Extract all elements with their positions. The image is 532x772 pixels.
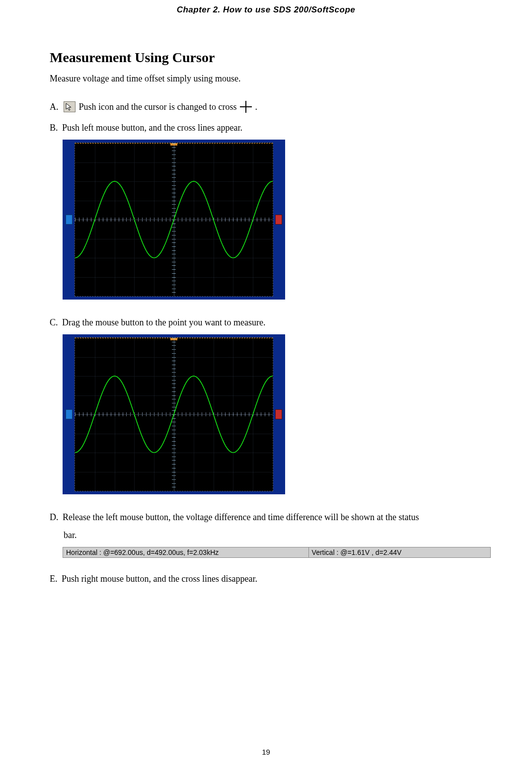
- oscilloscope-screenshot-2: [63, 334, 482, 494]
- step-d: D. Release the left mouse button, the vo…: [50, 508, 482, 526]
- waveform: [75, 338, 273, 491]
- step-e-text: Push right mouse button, and the cross l…: [60, 574, 257, 584]
- channel-marker-left: [66, 409, 73, 419]
- step-e-label: E.: [50, 574, 58, 584]
- chapter-header: Chapter 2. How to use SDS 200/SoftScope: [50, 5, 482, 15]
- step-e: E. Push right mouse button, and the cros…: [50, 570, 482, 588]
- step-a-label: A.: [50, 102, 59, 112]
- intro-text: Measure voltage and time offset simply u…: [50, 74, 482, 84]
- step-c-label: C.: [50, 317, 58, 327]
- step-d-cont: bar.: [64, 526, 482, 544]
- scope-frame: [63, 334, 285, 494]
- channel-marker-right: [275, 409, 282, 419]
- scope-screen: [75, 143, 273, 297]
- channel-marker-right: [275, 215, 282, 225]
- step-a: A. Push icon and the cursor is changed t…: [50, 98, 482, 116]
- arrow-cursor-icon: [64, 101, 76, 112]
- section-title: Measurement Using Cursor: [50, 50, 482, 66]
- step-d-text: Release the left mouse button, the volta…: [61, 512, 419, 522]
- page: Chapter 2. How to use SDS 200/SoftScope …: [0, 0, 532, 772]
- waveform: [75, 143, 273, 296]
- page-number: 19: [0, 748, 532, 756]
- step-a-text: Push icon and the cursor is changed to c…: [79, 102, 237, 112]
- scope-frame: [63, 140, 285, 300]
- step-c: C. Drag the mouse button to the point yo…: [50, 313, 482, 331]
- crosshair-icon: [240, 101, 252, 113]
- scope-screen: [75, 337, 273, 491]
- step-b-label: B.: [50, 123, 58, 133]
- oscilloscope-screenshot-1: [63, 140, 482, 300]
- step-a-tail: .: [255, 102, 257, 112]
- step-b-text: Push left mouse button, and the cross li…: [60, 123, 242, 133]
- status-bar: Horizontal : @=692.00us, d=492.00us, f=2…: [63, 547, 491, 558]
- status-horizontal: Horizontal : @=692.00us, d=492.00us, f=2…: [63, 547, 309, 557]
- step-b: B. Push left mouse button, and the cross…: [50, 119, 482, 137]
- step-c-text: Drag the mouse button to the point you w…: [60, 317, 266, 327]
- channel-marker-left: [66, 215, 73, 225]
- status-vertical: Vertical : @=1.61V , d=2.44V: [309, 547, 490, 557]
- step-d-label: D.: [50, 512, 59, 522]
